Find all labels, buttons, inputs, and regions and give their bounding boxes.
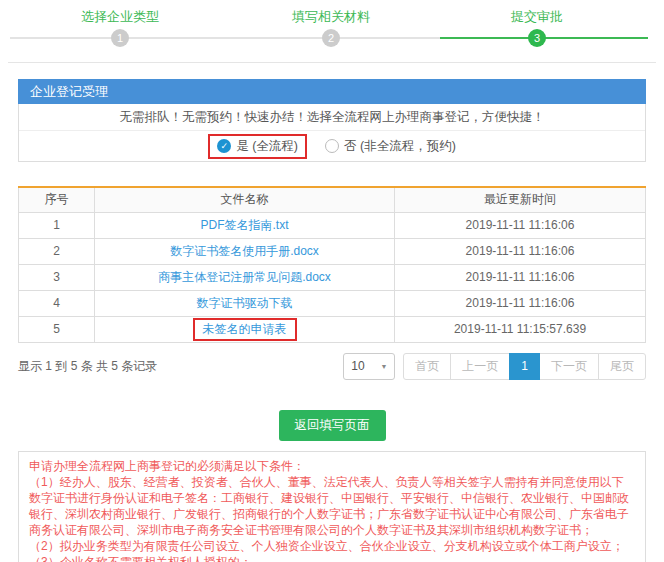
section-divider <box>8 62 656 63</box>
row-index: 4 <box>19 290 95 316</box>
table-row: 4 数字证书驱动下载 2019-11-11 11:16:06 <box>19 290 646 316</box>
files-table: 序号 文件名称 最近更新时间 1 PDF签名指南.txt 2019-11-11 … <box>18 186 646 343</box>
row-updated-time: 2019-11-11 11:15:57.639 <box>395 316 646 342</box>
pagination: 10 ▼ 首页 上一页 1 下一页 尾页 <box>343 353 646 380</box>
check-icon: ✓ <box>220 141 228 151</box>
row-index: 3 <box>19 264 95 290</box>
pagination-first-button[interactable]: 首页 <box>403 353 451 380</box>
table-header-row: 序号 文件名称 最近更新时间 <box>19 187 646 212</box>
table-row: 3 商事主体登记注册常见问题.docx 2019-11-11 11:16:06 <box>19 264 646 290</box>
row-updated-time: 2019-11-11 11:16:06 <box>395 290 646 316</box>
process-choice-row: ✓ 是 (全流程) 否 (非全流程，预约) <box>19 131 645 161</box>
record-summary: 显示 1 到 5 条 共 5 条记录 <box>18 358 157 375</box>
file-link-pdf-sign-guide[interactable]: PDF签名指南.txt <box>200 218 288 232</box>
pagination-next-button[interactable]: 下一页 <box>539 353 599 380</box>
radio-option-not-full-process[interactable]: 否 (非全流程，预约) <box>325 138 456 155</box>
pagination-prev-button[interactable]: 上一页 <box>450 353 510 380</box>
panel-body: 无需排队！无需预约！快速办结！选择全流程网上办理商事登记，方便快捷！ ✓ 是 (… <box>18 104 646 162</box>
requirements-item-1: （1）经办人、股东、经营者、投资者、合伙人、董事、法定代表人、负责人等相关签字人… <box>29 474 635 538</box>
row-updated-time: 2019-11-11 11:16:06 <box>395 238 646 264</box>
col-header-index: 序号 <box>19 187 95 212</box>
requirements-item-2: （2）拟办业务类型为有限责任公司设立、个人独资企业设立、合伙企业设立、分支机构设… <box>29 538 635 554</box>
panel-title: 企业登记受理 <box>18 79 646 104</box>
pager-group: 首页 上一页 1 下一页 尾页 <box>403 353 646 380</box>
table-row: 1 PDF签名指南.txt 2019-11-11 11:16:06 <box>19 212 646 238</box>
step-circle-3: 3 <box>528 29 546 47</box>
col-header-filename: 文件名称 <box>95 187 395 212</box>
step-indicator: 选择企业类型 填写相关材料 提交审批 1 2 3 <box>0 0 664 62</box>
radio-unchecked-icon[interactable] <box>325 139 339 153</box>
pagination-page-1-button[interactable]: 1 <box>509 353 540 380</box>
row-index: 1 <box>19 212 95 238</box>
registration-panel: 企业登记受理 无需排队！无需预约！快速办结！选择全流程网上办理商事登记，方便快捷… <box>18 79 646 162</box>
back-to-edit-button[interactable]: 返回填写页面 <box>279 410 386 441</box>
page-size-value: 10 <box>351 359 364 373</box>
page-size-select[interactable]: 10 ▼ <box>343 353 395 380</box>
step-label-choose-type: 选择企业类型 <box>81 8 159 26</box>
requirements-item-3: （3）企业名称不需要相关权利人授权的； <box>29 554 635 562</box>
notice-text: 无需排队！无需预约！快速办结！选择全流程网上办理商事登记，方便快捷！ <box>19 104 645 131</box>
requirements-heading: 申请办理全流程网上商事登记的必须满足以下条件： <box>29 458 635 474</box>
radio-label-yes: 是 (全流程) <box>236 138 298 155</box>
radio-checked-icon[interactable]: ✓ <box>217 139 231 153</box>
step-label-submit-review: 提交审批 <box>511 8 563 26</box>
radio-label-no: 否 (非全流程，预约) <box>344 138 456 155</box>
file-link-faq[interactable]: 商事主体登记注册常见问题.docx <box>158 270 331 284</box>
action-button-row: 返回填写页面 <box>0 410 664 441</box>
unsigned-form-highlight: 未签名的申请表 <box>193 318 297 341</box>
step-circle-1: 1 <box>111 29 129 47</box>
row-index: 2 <box>19 238 95 264</box>
step-track <box>10 37 440 39</box>
step-circle-2: 2 <box>322 29 340 47</box>
step-label-fill-materials: 填写相关材料 <box>292 8 370 26</box>
file-link-unsigned-application[interactable]: 未签名的申请表 <box>203 322 287 336</box>
row-index: 5 <box>19 316 95 342</box>
pagination-last-button[interactable]: 尾页 <box>598 353 646 380</box>
table-row: 2 数字证书签名使用手册.docx 2019-11-11 11:16:06 <box>19 238 646 264</box>
radio-option-full-process[interactable]: ✓ 是 (全流程) <box>208 134 307 159</box>
requirements-notice: 申请办理全流程网上商事登记的必须满足以下条件： （1）经办人、股东、经营者、投资… <box>18 451 646 562</box>
col-header-updated: 最近更新时间 <box>395 187 646 212</box>
caret-down-icon: ▼ <box>380 363 387 370</box>
table-row: 5 未签名的申请表 2019-11-11 11:15:57.639 <box>19 316 646 342</box>
file-link-cert-manual[interactable]: 数字证书签名使用手册.docx <box>170 244 319 258</box>
file-link-cert-driver-download[interactable]: 数字证书驱动下载 <box>197 296 293 310</box>
table-footer: 显示 1 到 5 条 共 5 条记录 10 ▼ 首页 上一页 1 下一页 尾页 <box>18 353 646 380</box>
row-updated-time: 2019-11-11 11:16:06 <box>395 264 646 290</box>
row-updated-time: 2019-11-11 11:16:06 <box>395 212 646 238</box>
